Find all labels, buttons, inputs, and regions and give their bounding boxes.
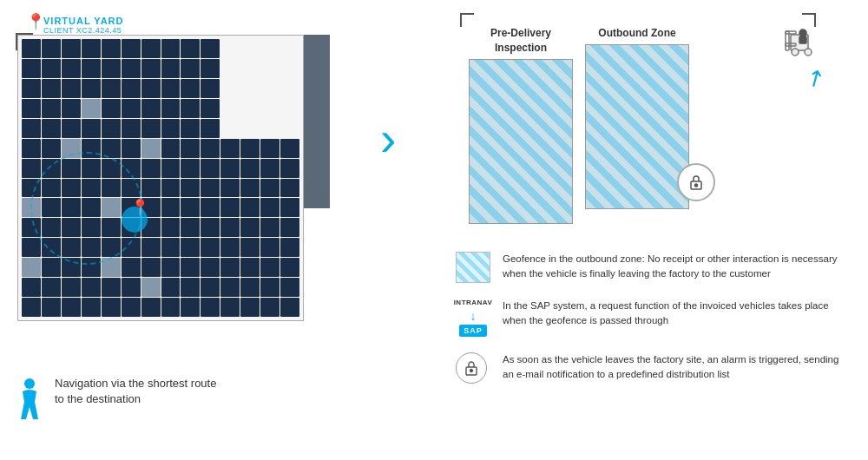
cell	[240, 298, 260, 317]
alarm-info-text: As soon as the vehicle leaves the factor…	[503, 352, 846, 383]
info-row-alarm: As soon as the vehicle leaves the factor…	[456, 352, 846, 384]
cell	[62, 59, 81, 78]
cell	[260, 99, 279, 118]
cell	[220, 79, 240, 98]
cell	[161, 238, 181, 257]
cell	[22, 139, 41, 158]
cell	[220, 119, 240, 138]
cell	[141, 99, 161, 118]
pre-delivery-zone: Pre-Delivery Inspection	[469, 26, 573, 224]
cell	[220, 139, 240, 158]
cell	[82, 278, 101, 297]
cell	[260, 59, 279, 78]
cell	[161, 218, 181, 237]
cell	[82, 39, 101, 58]
cell	[201, 278, 220, 297]
svg-point-5	[792, 49, 799, 56]
cell	[220, 99, 240, 118]
cell	[260, 159, 279, 178]
cell	[62, 298, 81, 317]
virtual-yard-label: VIRTUAL YARD CLIENT XC2.424.45	[43, 16, 123, 35]
cell	[201, 59, 220, 78]
cell	[220, 59, 240, 78]
cell	[141, 298, 161, 317]
cell	[141, 159, 161, 178]
cell	[181, 39, 200, 58]
cell	[240, 39, 260, 58]
person-icon	[17, 378, 42, 425]
cell	[201, 238, 220, 257]
cell	[220, 198, 240, 217]
cell	[42, 278, 61, 297]
chevron-right-icon: ›	[380, 111, 396, 167]
cell	[220, 258, 240, 277]
cell	[122, 298, 141, 317]
info-row-geofence: Geofence in the outbound zone: No receip…	[456, 252, 846, 283]
svg-point-6	[805, 49, 812, 56]
cell	[42, 59, 61, 78]
cell	[181, 198, 200, 217]
yard-client: CLIENT XC2.424.45	[43, 26, 123, 35]
intranav-sap-stack: INTRANAV ↓ SAP	[456, 299, 490, 337]
cell	[161, 198, 181, 217]
sap-info-text: In the SAP system, a request function of…	[503, 299, 846, 329]
outbound-label: Outbound Zone	[585, 26, 689, 41]
cell	[240, 198, 260, 217]
cell	[102, 99, 121, 118]
cell	[102, 59, 121, 78]
outbound-zone: Outbound Zone	[585, 26, 689, 224]
cell	[102, 278, 121, 297]
cell	[260, 119, 279, 138]
cell	[201, 99, 220, 118]
cell	[42, 79, 61, 98]
cell	[260, 278, 279, 297]
cell	[240, 179, 260, 198]
svg-rect-8	[799, 36, 806, 43]
left-panel: 📍 VIRTUAL YARD CLIENT XC2.424.45 🚶 ↓	[0, 0, 399, 460]
cell	[141, 39, 161, 58]
nav-info: Navigation via the shortest route to the…	[17, 376, 228, 425]
cell	[280, 79, 299, 98]
cell	[161, 99, 181, 118]
cell	[22, 79, 41, 98]
cell	[201, 179, 220, 198]
cell	[280, 218, 299, 237]
cell	[201, 39, 220, 58]
cell	[181, 99, 200, 118]
cell	[220, 218, 240, 237]
cell	[181, 238, 200, 257]
cell	[141, 139, 161, 158]
cell	[42, 258, 61, 277]
cell	[102, 79, 121, 98]
cell	[161, 119, 181, 138]
arrow-down-small-icon: ↓	[470, 309, 477, 323]
cell	[141, 79, 161, 98]
cell	[122, 59, 141, 78]
cell	[181, 59, 200, 78]
alarm-icon-wrapper	[456, 352, 490, 384]
cell	[22, 238, 41, 257]
cell	[240, 59, 260, 78]
cell	[260, 238, 279, 257]
cell	[82, 298, 101, 317]
cell	[240, 79, 260, 98]
cell	[201, 139, 220, 158]
cell	[181, 139, 200, 158]
cell	[161, 79, 181, 98]
info-section: Geofence in the outbound zone: No receip…	[443, 252, 859, 399]
cell	[181, 179, 200, 198]
cell	[280, 298, 299, 317]
cell	[82, 99, 101, 118]
hatched-pattern-2	[586, 45, 688, 208]
cell	[22, 258, 41, 277]
cell	[280, 159, 299, 178]
cell	[82, 79, 101, 98]
cell	[181, 278, 200, 297]
cell	[122, 278, 141, 297]
cell	[280, 39, 299, 58]
cell	[240, 278, 260, 297]
geofence-color-swatch	[456, 252, 490, 283]
cell	[220, 278, 240, 297]
cell	[42, 99, 61, 118]
zones-area: Pre-Delivery Inspection Outbound Zone	[443, 17, 859, 224]
